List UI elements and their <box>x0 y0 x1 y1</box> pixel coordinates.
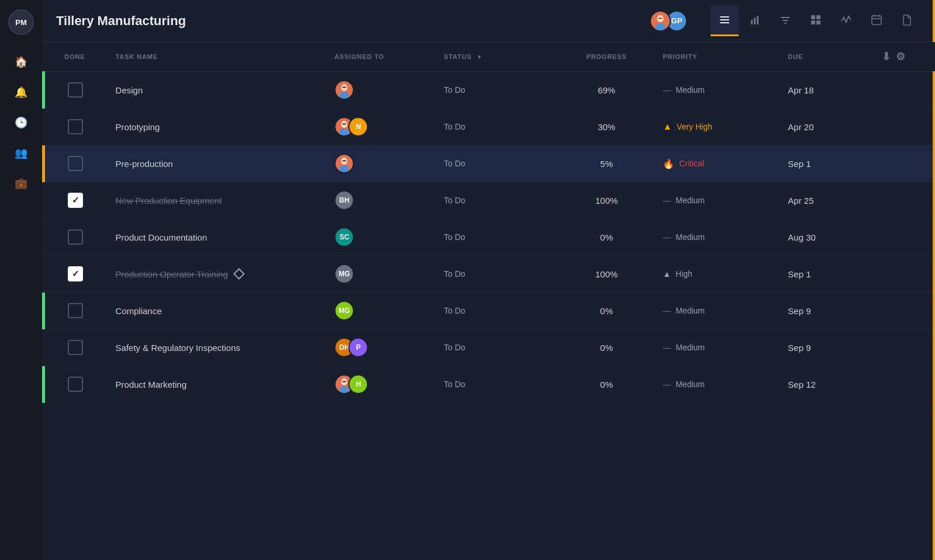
progress-cell: 100% <box>560 256 654 293</box>
status-badge: To Do <box>444 232 466 242</box>
svg-rect-9 <box>757 16 759 25</box>
due-date-value: Aug 30 <box>788 232 816 242</box>
task-checkbox[interactable] <box>68 303 83 318</box>
due-date-value: Apr 25 <box>788 196 813 206</box>
status-cell: To Do <box>435 256 560 293</box>
filter-action-icon[interactable]: ⚙ <box>896 50 906 63</box>
priority-label: Medium <box>676 380 705 389</box>
sidebar-item-people[interactable]: 👥 <box>8 140 34 166</box>
assignee-avatar[interactable]: N <box>348 117 368 137</box>
assignee-avatar[interactable]: MG <box>334 301 354 321</box>
row-actions-cell <box>872 145 935 182</box>
col-status[interactable]: STATUS ▼ <box>435 42 560 72</box>
task-checkbox[interactable] <box>68 156 83 171</box>
topbar-icons <box>711 6 921 36</box>
progress-value: 100% <box>595 269 618 279</box>
priority-label: Medium <box>676 196 705 205</box>
task-checkbox[interactable] <box>68 82 83 98</box>
row-actions-cell <box>872 293 935 329</box>
task-name-label: Product Marketing <box>116 380 316 389</box>
priority-label: Medium <box>676 306 705 315</box>
chart-view-icon[interactable] <box>741 6 769 36</box>
sidebar-item-home[interactable]: 🏠 <box>8 49 34 75</box>
done-cell <box>44 145 106 182</box>
col-task-name: TASK NAME <box>106 42 325 72</box>
progress-cell: 100% <box>560 182 654 219</box>
task-checkbox[interactable] <box>68 377 83 392</box>
status-cell: To Do <box>435 329 560 366</box>
col-assigned-to: ASSIGNED TO <box>325 42 434 72</box>
status-badge: To Do <box>444 122 466 131</box>
row-actions-cell <box>872 219 935 256</box>
task-name-label: Production Operator Training <box>116 269 316 279</box>
priority-cell: — Medium <box>653 366 778 403</box>
progress-cell: 0% <box>560 293 654 329</box>
col-priority: PRIORITY <box>653 42 778 72</box>
list-view-icon[interactable] <box>711 6 739 36</box>
sort-action-icon[interactable]: ⬇ <box>882 50 891 63</box>
row-actions-cell <box>872 109 935 145</box>
status-badge: To Do <box>444 85 466 95</box>
assignee-avatar[interactable]: H <box>348 374 368 394</box>
filter-view-icon[interactable] <box>771 6 799 36</box>
status-badge: To Do <box>444 380 466 389</box>
table-row[interactable]: New Production EquipmentBHTo Do100%— Med… <box>44 182 936 219</box>
status-badge: To Do <box>444 196 466 205</box>
calendar-view-icon[interactable] <box>863 6 891 36</box>
progress-value: 100% <box>595 196 618 206</box>
assignee-avatar[interactable]: BH <box>334 190 354 210</box>
table-row[interactable]: ComplianceMGTo Do0%— MediumSep 9 <box>44 293 936 329</box>
table-view-icon[interactable] <box>802 6 830 36</box>
assignee-avatar[interactable]: SC <box>334 227 354 247</box>
assigned-to-cell: SC <box>325 219 434 256</box>
progress-value: 0% <box>600 380 613 389</box>
table-row[interactable]: Design To Do69%— MediumApr 18 <box>44 72 936 109</box>
col-done: DONE <box>44 42 106 72</box>
table-row[interactable]: Prototyping NTo Do30%▲ Very HighApr 20 <box>44 109 936 145</box>
svg-rect-17 <box>872 16 881 25</box>
table-row[interactable]: Safety & Regulatory InspectionsDHPTo Do0… <box>44 329 936 366</box>
avatar-user1[interactable] <box>650 11 671 32</box>
sidebar-item-portfolio[interactable]: 💼 <box>8 171 34 196</box>
svg-rect-15 <box>811 20 815 25</box>
svg-point-31 <box>340 165 349 173</box>
table-row[interactable]: Product DocumentationSCTo Do0%— MediumAu… <box>44 219 936 256</box>
file-view-icon[interactable] <box>893 6 921 36</box>
sidebar: PM 🏠 🔔 🕒 👥 💼 <box>0 0 42 560</box>
sidebar-item-notifications[interactable]: 🔔 <box>8 79 34 105</box>
task-checkbox[interactable] <box>68 266 83 281</box>
task-table-container[interactable]: DONE TASK NAME ASSIGNED TO STATUS ▼ PROG… <box>42 42 935 560</box>
row-actions-cell <box>872 256 935 293</box>
assignee-avatar[interactable] <box>334 154 354 173</box>
assigned-to-cell: BH <box>325 182 434 219</box>
task-checkbox[interactable] <box>68 193 83 208</box>
sidebar-item-time[interactable]: 🕒 <box>8 110 34 135</box>
activity-view-icon[interactable] <box>832 6 860 36</box>
svg-rect-14 <box>816 15 820 19</box>
task-checkbox[interactable] <box>68 229 83 245</box>
avatar-group: GP <box>650 11 687 32</box>
assignee-avatar[interactable] <box>334 80 354 100</box>
table-row[interactable]: Production Operator TrainingMGTo Do100%▲… <box>44 256 936 293</box>
due-date-value: Sep 9 <box>788 306 811 316</box>
due-date-cell: Apr 18 <box>778 72 872 109</box>
assigned-to-cell: N <box>325 109 434 145</box>
svg-rect-6 <box>720 22 729 23</box>
svg-rect-8 <box>754 18 756 25</box>
status-cell: To Do <box>435 72 560 109</box>
assignee-avatar[interactable]: P <box>348 338 368 357</box>
table-row[interactable]: Product Marketing HTo Do0%— MediumSep 12 <box>44 366 936 403</box>
task-checkbox[interactable] <box>68 340 83 355</box>
assignee-avatar[interactable]: MG <box>334 264 354 284</box>
assigned-to-cell: MG <box>325 256 434 293</box>
priority-label: Medium <box>676 343 705 352</box>
priority-cell: — Medium <box>653 182 778 219</box>
progress-value: 30% <box>598 122 615 132</box>
diamond-icon <box>233 268 245 280</box>
priority-cell: — Medium <box>653 72 778 109</box>
task-checkbox[interactable] <box>68 119 83 134</box>
assigned-to-cell <box>325 145 434 182</box>
col-actions: ⬇ ⚙ <box>872 42 935 72</box>
table-row[interactable]: Pre-production To Do5%🔥 CriticalSep 1 <box>44 145 936 182</box>
task-name-label: Product Documentation <box>116 232 316 242</box>
